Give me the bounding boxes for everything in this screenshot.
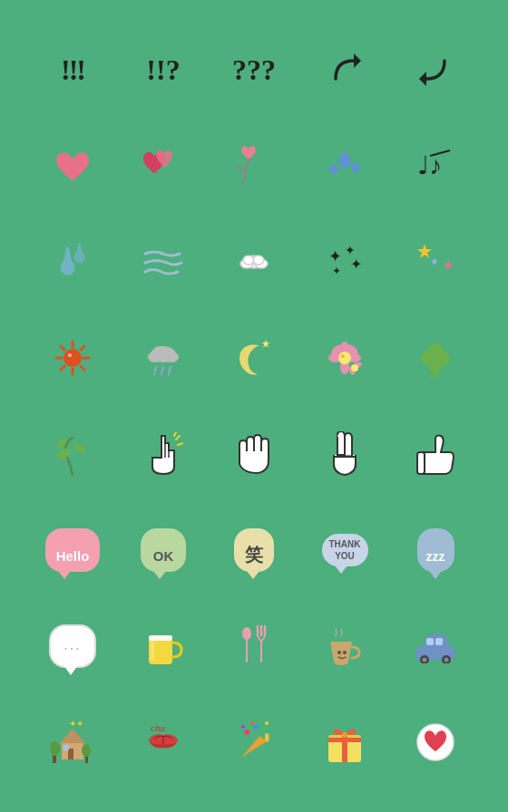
bubble-laugh-text: 笑 (245, 545, 263, 565)
gift-box (325, 720, 365, 764)
hearts-two (142, 148, 185, 184)
svg-point-57 (73, 442, 87, 455)
svg-line-27 (61, 366, 64, 370)
lips-kiss: chu (143, 720, 183, 764)
svg-point-49 (351, 364, 358, 372)
heart-pink (54, 150, 91, 182)
cell-r6c5: zzz (390, 502, 481, 598)
cell-r1c4 (299, 22, 390, 118)
cell-r7c4 (299, 598, 390, 694)
cell-r4c1 (27, 310, 118, 406)
cell-r7c5 (390, 598, 481, 694)
cell-r6c4: THANKYOU (299, 502, 390, 598)
dots-text: ··· (64, 640, 82, 658)
speech-bubble-dots: ··· (49, 624, 96, 668)
svg-rect-86 (64, 745, 69, 750)
svg-point-11 (253, 256, 264, 265)
cell-r8c3: ··· (209, 694, 299, 790)
svg-marker-83 (60, 729, 85, 743)
cell-r4c5 (390, 310, 481, 406)
cell-r4c4 (299, 310, 390, 406)
cell-r3c4: ✦ ✦ ✦ ✦ (299, 214, 390, 310)
cell-r8c1: ✦✦ (27, 694, 118, 790)
bubble-ok: OK (141, 528, 187, 572)
cell-r7c3 (209, 598, 299, 694)
svg-marker-18 (431, 257, 438, 265)
cell-r1c2: !!? (118, 22, 209, 118)
sparkles-multi: ✦ ✦ ✦ ✦ (325, 242, 365, 282)
cell-r1c1: !!! (27, 22, 118, 118)
bubble-zzz-text: zzz (426, 549, 445, 564)
bubble-ok-text: OK (153, 548, 174, 564)
cell-r2c1 (27, 118, 118, 214)
svg-rect-67 (151, 641, 154, 661)
svg-point-46 (341, 354, 345, 358)
hand-pointing (143, 432, 183, 476)
bubble-laugh: 笑 (234, 528, 274, 572)
cell-r4c2 (118, 310, 209, 406)
svg-point-97 (265, 721, 269, 725)
cell-r4c3 (209, 310, 299, 406)
clover (415, 338, 455, 378)
cell-r3c1 (27, 214, 118, 310)
arrow-up-right (325, 50, 365, 90)
svg-point-90 (82, 744, 91, 757)
house-trees: ✦✦ (51, 720, 94, 765)
cell-r7c1: ··· (27, 598, 118, 694)
svg-text:✦: ✦ (328, 247, 342, 266)
cell-r5c2 (118, 406, 209, 502)
exclamation-question: !!? (146, 55, 180, 84)
fork-spoon (238, 624, 270, 668)
heart-flower (236, 145, 272, 187)
svg-point-54 (431, 353, 440, 362)
svg-rect-69 (246, 639, 248, 662)
cell-r2c2 (118, 118, 209, 214)
svg-line-24 (61, 346, 64, 350)
svg-rect-73 (260, 641, 262, 662)
plant-branch (54, 432, 91, 476)
music-notes: ♩♪ (415, 149, 455, 183)
bubble-thanks: THANKYOU (322, 534, 368, 566)
svg-rect-66 (149, 635, 172, 641)
svg-point-34 (161, 347, 174, 358)
svg-point-56 (55, 447, 73, 462)
svg-line-35 (154, 367, 156, 374)
beer-mug (143, 624, 183, 668)
cell-r6c1: Hello (27, 502, 118, 598)
cell-r5c4 (299, 406, 390, 502)
svg-text:chu: chu (151, 722, 165, 733)
svg-point-94 (244, 730, 249, 735)
bubble-thanks-text: THANKYOU (329, 538, 361, 562)
arrow-down-left (415, 50, 455, 90)
cell-r5c5 (390, 406, 481, 502)
svg-text:✦✦: ✦✦ (69, 720, 83, 729)
svg-rect-77 (426, 638, 434, 645)
svg-marker-1 (419, 72, 426, 86)
svg-marker-38 (262, 339, 269, 347)
svg-point-88 (51, 741, 60, 756)
cell-r3c2 (118, 214, 209, 310)
flower-pink (325, 338, 365, 378)
svg-line-37 (169, 367, 171, 374)
cell-r3c5 (390, 214, 481, 310)
stars-colored (415, 242, 455, 282)
cell-r3c3 (209, 214, 299, 310)
svg-point-10 (243, 256, 254, 265)
svg-point-99 (241, 725, 245, 729)
svg-marker-3 (350, 162, 361, 173)
svg-line-25 (81, 366, 84, 370)
svg-line-63 (174, 432, 176, 436)
cell-r2c5: ♩♪ (390, 118, 481, 214)
cell-r5c1 (27, 406, 118, 502)
hand-open (232, 431, 276, 477)
bubble-zzz: zzz (417, 528, 454, 572)
emoji-grid: !!! !!? ??? (18, 13, 490, 799)
svg-point-45 (338, 352, 351, 364)
svg-text:✦: ✦ (332, 265, 341, 277)
svg-text:✦: ✦ (350, 256, 362, 272)
cell-r2c3 (209, 118, 299, 214)
svg-line-61 (176, 436, 180, 440)
heart-in-circle (415, 722, 455, 762)
diamonds (325, 148, 365, 184)
cell-r7c2 (118, 598, 209, 694)
